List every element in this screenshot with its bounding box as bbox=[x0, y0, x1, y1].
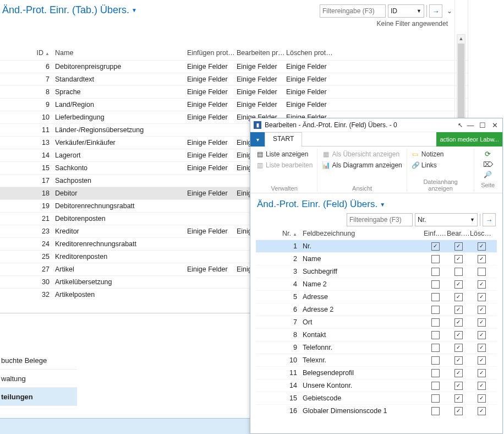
checkbox-edit[interactable] bbox=[454, 280, 463, 289]
show-chart-button[interactable]: 📊Als Diagramm anzeigen bbox=[322, 160, 402, 171]
checkbox-insert[interactable] bbox=[431, 293, 440, 301]
checkbox-edit[interactable] bbox=[454, 306, 463, 314]
clear-filter-icon[interactable]: ⌦ bbox=[483, 160, 493, 169]
chevron-down-icon[interactable]: ▼ bbox=[132, 7, 137, 13]
ribbon-tab-start[interactable]: START bbox=[265, 132, 302, 147]
checkbox-insert[interactable] bbox=[431, 318, 440, 327]
checkbox-insert[interactable] bbox=[431, 356, 440, 365]
checkbox-edit[interactable] bbox=[454, 331, 463, 339]
refresh-icon[interactable]: ⟳ bbox=[485, 150, 491, 158]
overlay-filter-input[interactable] bbox=[347, 213, 413, 226]
checkbox-insert[interactable] bbox=[431, 306, 440, 314]
table-row[interactable]: 8SpracheEinige FelderEinige FelderEinige… bbox=[0, 85, 468, 98]
overlay-titlebar[interactable]: ▮ Bearbeiten - Änd.-Prot. Einr. (Feld) Ü… bbox=[250, 118, 502, 132]
checkbox-edit[interactable] bbox=[454, 407, 463, 415]
checkbox-insert[interactable] bbox=[431, 255, 440, 263]
checkbox-insert[interactable] bbox=[431, 369, 440, 377]
sidebar-item[interactable]: buchte Belege bbox=[0, 351, 77, 370]
maximize-button[interactable]: ☐ bbox=[478, 121, 487, 129]
table-row[interactable]: 9Telefonnr. bbox=[256, 341, 497, 354]
checkbox-edit[interactable] bbox=[454, 394, 463, 403]
checkbox-insert[interactable] bbox=[431, 331, 440, 339]
ribbon-file-button[interactable]: ▾ bbox=[250, 132, 265, 147]
checkbox-delete[interactable] bbox=[478, 318, 486, 327]
checkbox-delete[interactable] bbox=[478, 268, 486, 276]
checkbox-delete[interactable] bbox=[478, 382, 486, 390]
table-row[interactable]: 7Ort bbox=[256, 316, 497, 328]
checkbox-insert[interactable] bbox=[431, 344, 440, 352]
checkbox-delete[interactable] bbox=[478, 369, 486, 377]
col-del[interactable]: Lösc... prot... bbox=[470, 230, 493, 237]
col-ins[interactable]: Einf... prot... bbox=[424, 230, 447, 237]
table-row[interactable]: 7StandardtextEinige FelderEinige FelderE… bbox=[0, 73, 468, 85]
overlay-filter-go-button[interactable]: → bbox=[483, 213, 496, 226]
checkbox-edit[interactable] bbox=[454, 382, 463, 390]
table-row[interactable]: 3Suchbegriff bbox=[256, 265, 497, 278]
checkbox-insert[interactable] bbox=[431, 394, 440, 403]
col-edit[interactable]: Bearbeiten protokollier... bbox=[237, 49, 286, 57]
company-badge[interactable]: action medeor Labw... bbox=[436, 132, 502, 147]
table-row[interactable]: 15Gebietscode bbox=[256, 392, 497, 404]
table-row[interactable]: 4Name 2 bbox=[256, 278, 497, 290]
col-name[interactable]: Name bbox=[55, 49, 187, 57]
table-row[interactable]: 6DebitorenpreisgruppeEinige FelderEinige… bbox=[0, 60, 468, 73]
checkbox-delete[interactable] bbox=[478, 394, 486, 403]
col-id[interactable]: ID▲ bbox=[0, 49, 55, 57]
checkbox-delete[interactable] bbox=[478, 306, 486, 314]
table-row[interactable]: 10Telexnr. bbox=[256, 354, 497, 366]
col-nr[interactable]: Nr.▲ bbox=[256, 230, 303, 237]
notes-button[interactable]: ▭Notizen bbox=[412, 149, 470, 160]
filter-go-button[interactable]: → bbox=[429, 4, 442, 18]
table-row[interactable]: 8Kontakt bbox=[256, 328, 497, 341]
minimize-button[interactable]: — bbox=[466, 121, 475, 129]
checkbox-edit[interactable] bbox=[454, 356, 463, 365]
checkbox-delete[interactable] bbox=[478, 344, 486, 352]
table-row[interactable]: 6Adresse 2 bbox=[256, 303, 497, 316]
checkbox-insert[interactable] bbox=[431, 268, 440, 276]
list-edit-button[interactable]: ▥Liste bearbeiten bbox=[256, 160, 313, 171]
checkbox-delete[interactable] bbox=[478, 242, 486, 251]
list-show-button[interactable]: ▤Liste anzeigen bbox=[256, 149, 313, 160]
checkbox-delete[interactable] bbox=[478, 280, 486, 289]
checkbox-edit[interactable] bbox=[454, 318, 463, 327]
sidebar-item[interactable]: waltung bbox=[0, 370, 77, 388]
checkbox-edit[interactable] bbox=[454, 268, 463, 276]
checkbox-insert[interactable] bbox=[431, 242, 440, 251]
filter-input[interactable] bbox=[320, 4, 386, 18]
table-row[interactable]: 5Adresse bbox=[256, 290, 497, 303]
col-caption[interactable]: Feldbezeichnung bbox=[303, 230, 424, 237]
scroll-up-button[interactable]: ▲ bbox=[457, 35, 465, 42]
checkbox-edit[interactable] bbox=[454, 242, 463, 251]
checkbox-insert[interactable] bbox=[431, 407, 440, 415]
table-row[interactable]: 1Nr. bbox=[256, 240, 497, 252]
expand-filter-button[interactable]: ⌄ bbox=[445, 7, 454, 15]
table-row[interactable]: 2Name bbox=[256, 252, 497, 265]
cell-name: Sachposten bbox=[55, 177, 187, 185]
table-row[interactable]: 11Belegsendeprofil bbox=[256, 366, 497, 379]
checkbox-delete[interactable] bbox=[478, 255, 486, 263]
table-row[interactable]: 14Unsere Kontonr. bbox=[256, 379, 497, 392]
chevron-down-icon[interactable]: ▼ bbox=[380, 202, 385, 208]
checkbox-edit[interactable] bbox=[454, 293, 463, 301]
links-button[interactable]: 🔗Links bbox=[412, 160, 470, 171]
overlay-filter-field-select[interactable]: Nr. ▼ bbox=[415, 213, 478, 226]
find-icon[interactable]: 🔎 bbox=[484, 171, 492, 178]
checkbox-delete[interactable] bbox=[478, 407, 486, 415]
table-row[interactable]: 16Globaler Dimensionscode 1 bbox=[256, 404, 497, 417]
checkbox-insert[interactable] bbox=[431, 382, 440, 390]
filter-field-select[interactable]: ID ▼ bbox=[388, 4, 424, 18]
show-overview-button[interactable]: ▦Als Übersicht anzeigen bbox=[322, 149, 402, 160]
col-delete[interactable]: Löschen protokollier... bbox=[286, 49, 336, 57]
sidebar-item[interactable]: teilungen bbox=[0, 388, 77, 406]
checkbox-delete[interactable] bbox=[478, 356, 486, 365]
checkbox-delete[interactable] bbox=[478, 293, 486, 301]
table-row[interactable]: 9Land/RegionEinige FelderEinige FelderEi… bbox=[0, 98, 468, 111]
close-button[interactable]: ✕ bbox=[490, 121, 499, 129]
checkbox-delete[interactable] bbox=[478, 331, 486, 339]
checkbox-edit[interactable] bbox=[454, 369, 463, 377]
checkbox-insert[interactable] bbox=[431, 280, 440, 289]
col-insert[interactable]: Einfügen protokollier... bbox=[187, 49, 237, 57]
checkbox-edit[interactable] bbox=[454, 255, 463, 263]
checkbox-edit[interactable] bbox=[454, 344, 463, 352]
col-upd[interactable]: Bear... prot... bbox=[447, 230, 470, 237]
